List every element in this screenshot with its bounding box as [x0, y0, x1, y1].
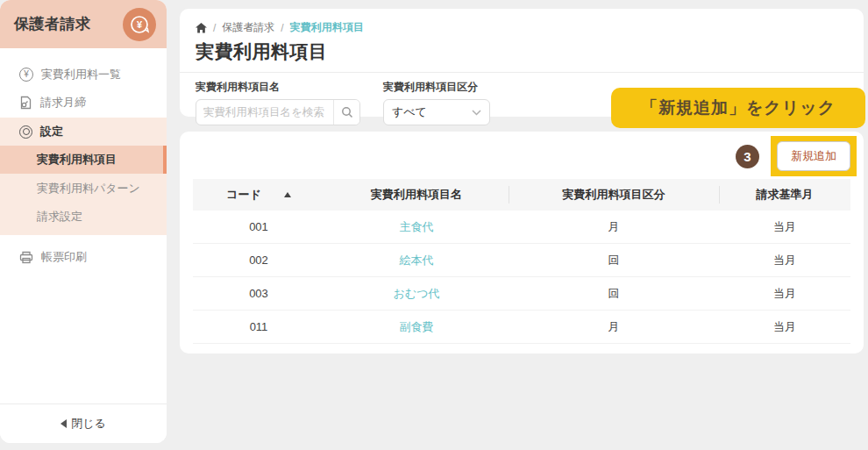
category-select[interactable]: すべて — [383, 99, 490, 125]
filter-item-category: 実費利用料項目区分 すべて — [383, 80, 490, 125]
cell-billing-month: 当月 — [719, 319, 850, 335]
column-header-code[interactable]: コード — [193, 179, 324, 211]
yen-circle-icon: ¥ — [19, 68, 33, 82]
collapse-arrow-icon — [60, 419, 67, 428]
sidebar-collapse-button[interactable]: 閉じる — [0, 404, 167, 443]
cell-category: 月 — [509, 319, 719, 335]
sidebar-item-label: 実費利用料一覧 — [41, 67, 121, 82]
cell-billing-month: 当月 — [719, 219, 850, 235]
table-toolbar: 3 新規追加 — [180, 132, 864, 175]
add-new-button[interactable]: 新規追加 — [777, 141, 850, 171]
column-header-billing-month[interactable]: 請求基準月 — [719, 179, 850, 211]
filter-item-name: 実費利用料項目名 — [196, 80, 360, 125]
filter-name-label: 実費利用料項目名 — [196, 80, 360, 95]
cell-category: 回 — [509, 286, 719, 302]
sidebar-item-print[interactable]: 帳票印刷 — [0, 243, 167, 271]
filter-category-label: 実費利用料項目区分 — [383, 80, 490, 95]
yen-coin-icon: ¥ — [123, 8, 156, 41]
cell-billing-month: 当月 — [719, 286, 850, 302]
cell-code: 001 — [193, 220, 324, 233]
document-icon — [19, 96, 32, 110]
page-title: 実費利用料項目 — [180, 35, 864, 72]
column-header-category[interactable]: 実費利用料項目区分 — [509, 179, 719, 211]
sidebar-subitem-label: 請求設定 — [37, 209, 82, 225]
table-card: 3 新規追加 コード 実費利用料項目名 実費利用料項目区分 — [180, 132, 864, 354]
cell-code: 002 — [193, 254, 324, 267]
sidebar-item-label: 請求月締 — [40, 95, 86, 111]
table-header-row: コード 実費利用料項目名 実費利用料項目区分 請求基準月 — [193, 179, 850, 211]
category-select-value: すべて — [392, 104, 427, 120]
breadcrumb-current: 実費利用料項目 — [290, 20, 364, 35]
table-row: 002 絵本代 回 当月 — [193, 244, 850, 277]
column-header-item-name[interactable]: 実費利用料項目名 — [324, 179, 509, 211]
sidebar: 保護者請求 ¥ ¥ 実費利用料一覧 請求月締 — [0, 0, 167, 443]
settings-icon — [19, 125, 32, 139]
item-name-link[interactable]: 絵本代 — [324, 253, 509, 268]
svg-text:¥: ¥ — [137, 19, 143, 30]
app-title: 保護者請求 — [14, 14, 91, 34]
sidebar-subitem-jippi-pattern[interactable]: 実費利用料パターン — [0, 175, 167, 202]
cell-code: 011 — [193, 320, 324, 333]
collapse-label: 閉じる — [71, 416, 106, 432]
item-name-link[interactable]: おむつ代 — [324, 286, 509, 302]
items-table: コード 実費利用料項目名 実費利用料項目区分 請求基準月 001 主食代 月 — [193, 179, 850, 344]
printer-icon — [19, 251, 33, 264]
table-body: 001 主食代 月 当月 002 絵本代 回 当月 003 おむつ代 回 当月 … — [193, 211, 850, 344]
annotation-highlight-box: 新規追加 — [771, 136, 857, 176]
sidebar-section-settings: 設定 実費利用料項目 実費利用料パターン 請求設定 — [0, 118, 167, 235]
cell-category: 月 — [509, 219, 719, 235]
item-name-link[interactable]: 副食費 — [324, 319, 509, 335]
cell-code: 003 — [193, 287, 324, 300]
cell-billing-month: 当月 — [719, 253, 850, 268]
sort-asc-icon[interactable] — [284, 192, 291, 197]
sidebar-subitem-billing-settings[interactable]: 請求設定 — [0, 204, 167, 230]
search-icon[interactable] — [333, 100, 359, 125]
sidebar-item-label: 帳票印刷 — [41, 249, 87, 265]
sidebar-item-jippi-list[interactable]: ¥ 実費利用料一覧 — [0, 61, 167, 89]
chevron-down-icon — [472, 110, 481, 116]
sidebar-item-settings[interactable]: 設定 — [0, 119, 167, 144]
sidebar-subitem-jippi-items[interactable]: 実費利用料項目 — [0, 146, 167, 174]
cell-category: 回 — [509, 253, 719, 268]
item-name-search-field — [196, 99, 360, 125]
item-name-link[interactable]: 主食代 — [324, 219, 509, 235]
table-row: 003 おむつ代 回 当月 — [193, 277, 850, 311]
table-row: 001 主食代 月 当月 — [193, 211, 850, 244]
app-window: 保護者請求 ¥ ¥ 実費利用料一覧 請求月締 — [0, 0, 868, 450]
table-row: 011 副食費 月 当月 — [193, 311, 850, 344]
breadcrumb: / 保護者請求 / 実費利用料項目 — [180, 9, 864, 35]
step-number-badge: 3 — [736, 145, 759, 168]
sidebar-subitem-label: 実費利用料パターン — [37, 181, 140, 196]
sidebar-item-billing-close[interactable]: 請求月締 — [0, 89, 167, 117]
search-input[interactable] — [196, 106, 333, 118]
sidebar-item-label: 設定 — [40, 124, 63, 139]
sidebar-subitem-label: 実費利用料項目 — [37, 152, 117, 168]
breadcrumb-parent[interactable]: 保護者請求 — [222, 20, 274, 35]
instruction-callout: 「新規追加」をクリック — [611, 88, 865, 128]
home-icon[interactable] — [196, 23, 207, 33]
sidebar-header: 保護者請求 ¥ — [0, 0, 167, 48]
